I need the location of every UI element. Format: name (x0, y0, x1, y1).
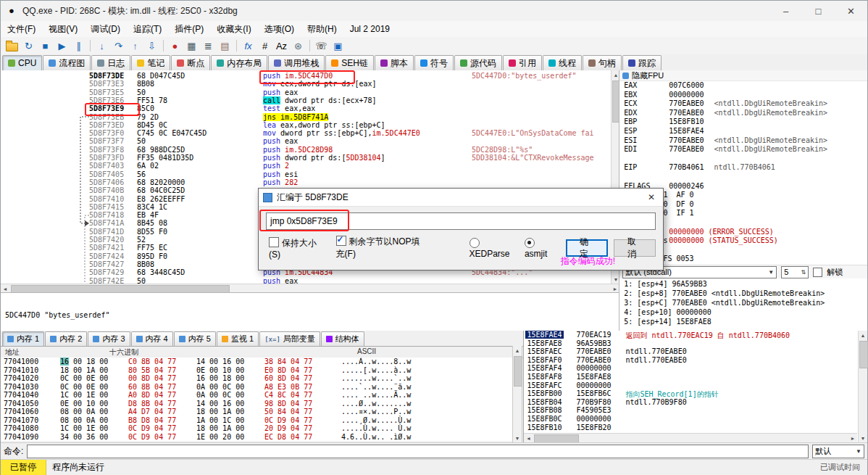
chat-icon[interactable]: ▣ (330, 38, 346, 53)
register-row[interactable] (619, 173, 867, 182)
register-row[interactable]: ECX770EABE0<ntdll.DbgUiRemoteBreakin> (619, 99, 867, 109)
stack-vscrollbar[interactable]: ▲ ▼ (858, 331, 867, 442)
close-button[interactable]: ✕ (835, 1, 867, 21)
tab-结构体[interactable]: 结构体 (321, 331, 364, 346)
arg-count-spinner[interactable]: 5⇅ (781, 266, 809, 278)
ok-button[interactable]: 确定 (566, 239, 608, 257)
log-icon[interactable]: ≣ (201, 38, 216, 53)
dump-row[interactable]: 770410500E 00 10 00D8 8B 04 7714 00 16 0… (1, 400, 512, 408)
register-row[interactable]: EBX00000000 (619, 91, 867, 100)
dialog-close-icon[interactable]: ✕ (640, 189, 663, 206)
stack-row[interactable]: 15E8FAFC00000000 (524, 381, 867, 390)
pause-icon[interactable]: ∥ (71, 38, 86, 53)
scroll-left-icon[interactable]: ◄ (524, 434, 533, 442)
scroll-up-icon[interactable]: ▲ (513, 346, 522, 355)
tab-内存 4[interactable]: 内存 4 (131, 331, 173, 346)
dump-row[interactable]: 7704109034 00 36 000C D9 04 771E 00 20 0… (1, 433, 512, 442)
argument-row[interactable]: 2: [esp+8] 770EABE0 <ntdll.DbgUiRemoteBr… (619, 289, 867, 298)
scroll-up-icon[interactable]: ▲ (859, 331, 867, 339)
menu-item[interactable]: 追踪(T) (127, 22, 168, 37)
assemble-instruction-input[interactable]: jmp 0x5D8F73E9 (266, 212, 656, 230)
tab-局部变量[interactable]: [x=]局部变量 (259, 331, 320, 346)
tab-日志[interactable]: 日志 (91, 55, 130, 70)
register-row[interactable] (619, 154, 867, 164)
step-over-icon[interactable]: ↷ (111, 38, 126, 53)
register-row[interactable]: EAX007C6000 (619, 81, 867, 91)
fx-icon[interactable]: fx (241, 38, 256, 53)
stack-row[interactable]: 15E8FAF0770EABE0ntdll.770EABE0 (524, 356, 867, 365)
stack-row[interactable]: 15E8FAF815E8FAE8 (524, 373, 867, 381)
stack-row[interactable]: 15E8FB1015E8FB20 (524, 424, 867, 432)
menu-item[interactable]: 视图(V) (42, 22, 84, 37)
tab-源代码[interactable]: 源代码 (454, 55, 502, 70)
open-file-icon[interactable] (4, 38, 20, 53)
menu-item[interactable]: Jul 2 2019 (343, 22, 396, 36)
register-row[interactable]: EIP770B4061ntdll.770B4061 (619, 163, 867, 173)
notes-icon[interactable]: ▤ (217, 38, 233, 53)
argument-row[interactable]: 4: [esp+10] 00000000 (619, 307, 867, 317)
stack-row[interactable]: 15E8FB04770B9F80ntdll.770B9F80 (524, 398, 867, 407)
run-icon[interactable]: ▶ (54, 38, 70, 53)
register-row[interactable]: EDI770EABE0<ntdll.DbgUiRemoteBreakin> (619, 145, 867, 154)
keep-size-checkbox[interactable]: 保持大小(S) (269, 237, 319, 260)
argument-row[interactable]: 1: [esp+4] 96A59BB3 (619, 279, 867, 289)
nop-fill-checkbox[interactable]: 剩余字节以NOP填充(F) (336, 236, 423, 260)
tab-线程[interactable]: 线程 (543, 55, 582, 70)
stack-view[interactable]: 15E8FAE4770EAC19返回到 ntdll.770EAC19 自 ntd… (523, 331, 867, 442)
tab-引用[interactable]: 引用 (503, 55, 542, 70)
tab-句柄[interactable]: 句柄 (583, 55, 622, 70)
dump-row[interactable]: 7704101018 00 1A 0080 5B 04 770E 00 10 0… (1, 366, 512, 375)
stack-row[interactable]: 15E8FB0C00000000 (524, 415, 867, 424)
dump-row[interactable]: 7704106008 00 0A 00A4 D7 04 7718 00 1A 0… (1, 408, 512, 416)
step-out-icon[interactable]: ↑ (128, 38, 143, 53)
stack-row[interactable]: 15E8FB08F45905E3 (524, 406, 867, 415)
dump-row[interactable]: 770410300C 00 0E 0060 8B 04 770A 00 0C 0… (1, 383, 512, 392)
engine-radio-asmjit[interactable]: asmjit (525, 238, 553, 259)
tab-脚本[interactable]: 脚本 (375, 55, 414, 70)
tab-SEH链[interactable]: SEH链 (325, 55, 374, 70)
stack-hscrollbar[interactable]: ◄ ► (524, 433, 857, 442)
tab-内存 5[interactable]: 内存 5 (174, 331, 216, 346)
tab-符号[interactable]: 符号 (414, 55, 454, 70)
dump-row[interactable]: 770410401C 00 1E 00A0 8D 04 770A 00 0C 0… (1, 391, 512, 400)
register-row[interactable]: ESP15E8FAE4 (619, 127, 867, 136)
scroll-down-icon[interactable]: ▼ (513, 434, 522, 442)
dump-row[interactable]: 7704100016 00 18 00C0 8B 04 7714 00 16 0… (1, 358, 512, 366)
menu-item[interactable]: 文件(F) (1, 22, 42, 37)
tab-监视 1[interactable]: 监视 1 (217, 331, 259, 346)
tab-调用堆栈[interactable]: 调用堆栈 (268, 55, 325, 70)
phone-icon[interactable]: ☏ (314, 38, 329, 53)
register-row[interactable]: EDX770EABE0<ntdll.DbgUiRemoteBreakin> (619, 109, 867, 118)
tab-内存布局[interactable]: 内存布局 (211, 55, 267, 70)
scroll-down-icon[interactable]: ▼ (859, 434, 867, 442)
command-profile-select[interactable]: 默认▼ (812, 445, 864, 458)
settings-icon[interactable]: ⊛ (291, 38, 306, 53)
unlock-checkbox[interactable] (813, 268, 822, 277)
stack-row[interactable]: 15E8FAEC770EABE0ntdll.770EABE0 (524, 347, 867, 356)
dump-vscrollbar[interactable]: ▲ ▼ (512, 346, 522, 442)
register-row[interactable]: ESI770EABE0<ntdll.DbgUiRemoteBreakin> (619, 136, 867, 146)
stack-row[interactable]: 15E8FAF400000000 (524, 364, 867, 373)
hide-fpu-toggle[interactable]: 隐藏FPU (619, 70, 867, 81)
argument-row[interactable]: 3: [esp+C] 770EABE0 <ntdll.DbgUiRemoteBr… (619, 298, 867, 307)
minimize-button[interactable]: – (769, 1, 802, 21)
dump-row[interactable]: 770410801C 00 1E 000C D9 04 7718 00 1A 0… (1, 424, 512, 433)
tab-笔记[interactable]: 笔记 (131, 55, 170, 70)
step-into-icon[interactable]: ↓ (94, 38, 109, 53)
case-az-icon[interactable]: Az (274, 38, 289, 53)
scroll-right-icon[interactable]: ► (848, 434, 857, 442)
tab-流程图[interactable]: 流程图 (43, 55, 91, 70)
stack-row[interactable]: 15E8FB0015E8FB6C指向SEH_Record[1]的指针 (524, 389, 867, 398)
command-input[interactable] (27, 445, 809, 458)
dump-row[interactable]: 770410200C 00 0E 0000 8D 04 7716 00 18 0… (1, 374, 512, 383)
restart-icon[interactable]: ↻ (21, 38, 36, 53)
cancel-button[interactable]: 取消 (614, 239, 656, 257)
stack-row[interactable]: 15E8FAE896A59BB3 (524, 339, 867, 348)
stack-row[interactable]: 15E8FAE4770EAC19返回到 ntdll.770EAC19 自 ntd… (524, 331, 867, 339)
register-row[interactable]: EBP15E8FB10 (619, 117, 867, 127)
dump-row[interactable]: 7704107008 00 0A 00B8 D8 04 771A 00 1C 0… (1, 416, 512, 425)
tab-内存 1[interactable]: 内存 1 (2, 331, 44, 346)
run-to-return-icon[interactable]: ⇩ (144, 38, 159, 53)
tab-CPU[interactable]: CPU (2, 55, 42, 70)
argument-row[interactable]: 5: [esp+14] 15E8FAE8 (619, 317, 867, 326)
